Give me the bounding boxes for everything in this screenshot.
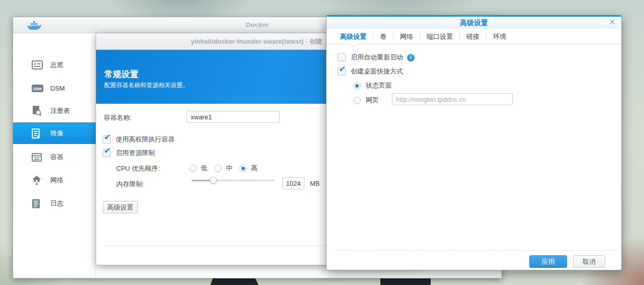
cancel-button[interactable]: 取消 [573,255,605,268]
network-icon [32,175,44,185]
shortcut-checkbox[interactable] [338,67,346,76]
image-icon [32,128,44,138]
tab-label: 环境 [493,33,506,40]
shortcut-label: 创建桌面快捷方式 [351,67,403,76]
privileged-row: 使用高权限执行容器 [103,135,175,144]
web-page-row: 网页 [353,96,379,105]
resource-limit-checkbox[interactable] [103,149,111,157]
memory-unit-label: MB [310,180,320,187]
advanced-dialog-titlebar[interactable]: 高级设置 × [327,17,621,29]
svg-text:DSM: DSM [33,87,42,91]
sidebar-item-label: 注册表 [50,106,70,115]
slider-handle[interactable] [210,177,217,184]
sidebar-item-label: 日志 [50,199,63,208]
log-icon [32,198,44,208]
shortcut-row: 创建桌面快捷方式 [338,67,403,76]
status-page-label: 状态页面 [366,81,392,90]
docker-whale-logo [26,20,41,32]
section-subtitle: 配置容器名称和资源相关设置。 [104,81,189,90]
status-page-row: 状态页面 [353,81,392,90]
advanced-settings-dialog: 高级设置 × 高级设置 卷 网络 端口设置 链接 环境 启用自动重新启动 i 创… [326,15,622,270]
tab-volume[interactable]: 卷 [373,29,393,44]
cpu-priority-radio-group: 低 中 高 [189,164,265,173]
tab-advanced-settings[interactable]: 高级设置 [334,29,373,44]
section-title: 常规设置 [104,68,138,80]
sidebar-item-dsm[interactable]: DSM DSM [13,81,96,95]
tab-label: 端口设置 [427,33,453,40]
tab-label: 卷 [380,33,386,40]
sidebar-item-overview[interactable]: 总览 [13,58,96,72]
container-name-label: 容器名称: [104,113,132,122]
tab-network[interactable]: 网络 [393,29,420,44]
tab-environment[interactable]: 环境 [487,29,513,44]
web-page-radio[interactable] [353,97,361,104]
sidebar-item-network[interactable]: 网络 [13,173,96,187]
cpu-low-radio[interactable] [189,165,197,172]
container-name-input[interactable] [187,111,280,123]
cpu-low-label: 低 [201,164,207,173]
tab-links[interactable]: 链接 [460,29,486,44]
advanced-settings-button[interactable]: 高级设置 [103,201,138,213]
cpu-high-radio[interactable] [239,165,247,172]
sidebar-item-label: 容器 [50,153,63,162]
advanced-dialog-title: 高级设置 [327,17,621,29]
cpu-medium-radio[interactable] [214,165,222,172]
resource-limit-row: 启用资源限制 [103,149,155,158]
sidebar-item-label: 映像 [50,129,63,138]
tab-port-settings[interactable]: 端口设置 [420,29,459,44]
sidebar-item-label: DSM [50,85,65,92]
sidebar-item-registry[interactable]: 注册表 [13,104,96,118]
sidebar-item-image[interactable]: 映像 [13,122,96,144]
web-url-input[interactable] [392,93,513,105]
tab-label: 高级设置 [340,33,366,40]
docker-sidebar: 总览 DSM DSM 注册表 映像 容器 [13,33,96,278]
overview-icon [32,60,44,70]
apply-button[interactable]: 应用 [529,255,567,268]
status-page-radio[interactable] [353,82,361,90]
sidebar-item-label: 网络 [50,176,63,185]
memory-limit-label: 内存限制: [116,180,144,189]
sidebar-item-log[interactable]: 日志 [13,196,96,210]
registry-icon [32,106,44,116]
info-icon[interactable]: i [407,54,415,61]
footer-divider [334,250,615,251]
advanced-dialog-tabbar: 高级设置 卷 网络 端口设置 链接 环境 [327,29,621,44]
web-page-label: 网页 [366,96,379,105]
tab-label: 链接 [466,33,479,40]
sidebar-item-label: 总览 [50,60,63,69]
container-icon [32,152,44,162]
cpu-priority-label: CPU 优先顺序: [116,164,160,173]
auto-restart-label: 启用自动重新启动 [351,53,403,62]
cpu-high-label: 高 [251,164,258,173]
cpu-medium-label: 中 [226,164,232,173]
memory-value-input[interactable] [282,177,304,189]
dsm-icon: DSM [32,83,44,93]
sidebar-item-container[interactable]: 容器 [13,150,96,164]
auto-restart-checkbox[interactable] [338,53,346,61]
memory-slider [192,177,275,184]
privileged-checkbox[interactable] [103,135,111,144]
auto-restart-row: 启用自动重新启动 i [338,53,415,62]
close-icon[interactable]: × [609,16,615,28]
privileged-checkbox-label: 使用高权限执行容器 [116,135,175,144]
resource-limit-checkbox-label: 启用资源限制 [116,149,155,158]
tab-label: 网络 [400,33,413,40]
